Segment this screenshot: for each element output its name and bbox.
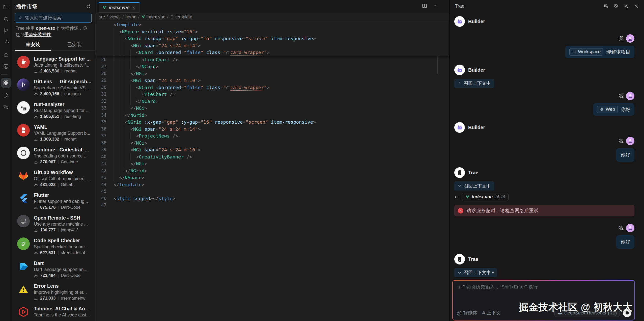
activity-item-extensions[interactable]	[1, 78, 11, 88]
split-editor-icon[interactable]	[422, 3, 427, 9]
sticky-line[interactable]: <NSpace vertical :size="16">	[95, 28, 449, 35]
extension-item-tabnine[interactable]: Tabnine: AI Chat & Au...Tabnine is the A…	[17, 306, 93, 321]
user-avatar	[626, 34, 634, 43]
close-icon[interactable]	[132, 5, 136, 10]
person-icon	[627, 225, 633, 231]
activity-item-file-settings[interactable]	[1, 90, 11, 101]
extension-item-yaml[interactable]: YMLYAMLYAML Language Support b...1,309,3…	[17, 124, 93, 143]
code-line-row[interactable]: 29<NGi span="24 s:24 m:10">	[95, 77, 449, 84]
context-recall-box[interactable]: 召回上下文中	[454, 181, 494, 191]
breadcrumb-item-template[interactable]: template	[170, 14, 192, 20]
chat-message-2: Builder召回上下文中	[454, 65, 634, 88]
chat-input[interactable]	[457, 284, 631, 299]
marketplace-note-link[interactable]: open-vsx	[36, 26, 55, 31]
more-actions-icon[interactable]	[433, 3, 438, 9]
extension-name: Code Spell Checker	[34, 238, 89, 244]
user-message-bubble: 你好	[616, 148, 634, 162]
breadcrumb-item-views[interactable]: views	[109, 14, 121, 20]
extension-search-input[interactable]	[25, 15, 89, 21]
close-panel-icon[interactable]	[634, 4, 639, 9]
extension-item-rust[interactable]: r.arust-analyzerRust language support fo…	[17, 101, 93, 120]
context-file-chip[interactable]: index.vue16-16	[462, 193, 509, 201]
code-line-row[interactable]: 28</NGi>	[95, 70, 449, 77]
breadcrumb-item-index.vue[interactable]: index.vue	[141, 14, 165, 20]
user-message-text: 你好	[621, 106, 630, 113]
mention-智能体[interactable]: @智能体	[457, 310, 477, 316]
breadcrumb-item-home[interactable]: home	[125, 14, 136, 20]
context-recall-label: 召回上下文中	[464, 80, 491, 86]
marketplace-tab-0[interactable]: 未安装	[12, 41, 54, 50]
robot-icon	[456, 67, 463, 73]
code-line-row[interactable]: 46<style scoped></style>	[95, 195, 449, 202]
code-line-row[interactable]: 40<CreativityBanner />	[95, 153, 449, 161]
indent-guides	[114, 146, 130, 153]
extension-search-box[interactable]	[15, 13, 92, 23]
extension-downloads: 627,631	[40, 250, 55, 255]
code-area: <template><NSpace vertical :size="16"><N…	[95, 21, 449, 209]
sticky-line[interactable]: <NGrid :x-gap="gap" :y-gap="16" responsi…	[95, 35, 449, 42]
code-line-row[interactable]: 32</NCard>	[95, 98, 449, 105]
extension-item-gitlab[interactable]: GitLab WorkflowOfficial GitLab-maintaine…	[17, 169, 93, 189]
history-icon[interactable]	[613, 4, 619, 9]
code-line-row[interactable]: 33</NGi>	[95, 105, 449, 112]
code-text: <NCard :bordered="false" class="card-wra…	[136, 49, 269, 56]
code-line-row[interactable]: 37<ProjectNews />	[95, 132, 449, 140]
extension-item-gitlens[interactable]: GitLens — Git superch...Supercharge Git …	[17, 78, 93, 98]
tab-index-vue[interactable]: index.vue	[99, 2, 140, 13]
mention-上下文[interactable]: #上下文	[482, 310, 501, 316]
extension-item-continue[interactable]: Continue - Codestral, ...The leading ope…	[17, 147, 93, 166]
gutter-gap	[106, 77, 114, 84]
code-line-row[interactable]: 39<NGi span="24 s:24 m:10">	[95, 146, 449, 153]
context-chip-label: Web	[606, 107, 615, 112]
indent-guides	[114, 167, 125, 174]
search-icon	[3, 16, 9, 22]
code-line-row[interactable]: 34</NGrid>	[95, 112, 449, 119]
gear-icon[interactable]	[624, 4, 629, 9]
extension-item-dart[interactable]: DartDart language support an...723,494|D…	[17, 260, 93, 279]
code-line-row[interactable]: 47	[95, 202, 449, 209]
activity-item-search[interactable]	[1, 13, 11, 24]
code-line-row[interactable]: 42</NGrid>	[95, 167, 449, 174]
code-line-row[interactable]: 30<NCard :bordered="false" class="card-w…	[95, 84, 449, 91]
code-line-row[interactable]: 45	[95, 188, 449, 195]
extension-item-spell[interactable]: SpellCode Spell CheckerSpelling checker …	[17, 237, 93, 257]
code-line-row[interactable]: 44</template>	[95, 181, 449, 188]
context-recall-box[interactable]: 召回上下文中	[454, 79, 494, 88]
refresh-icon[interactable]	[86, 4, 91, 9]
code-line-row[interactable]: 36<NGi span="24 s:24 m:14">	[95, 126, 449, 133]
user-label: 我	[619, 35, 624, 42]
extension-icon-rust: r.a	[17, 101, 30, 114]
file-gear-icon	[3, 92, 9, 98]
extension-item-java[interactable]: Language Support for ...Java Linting, In…	[17, 56, 93, 75]
code-line-row[interactable]: 43</NSpace>	[95, 174, 449, 181]
extension-item-ssh[interactable]: Open Remote - SSHUse any remote machine …	[17, 215, 93, 234]
sticky-line[interactable]: <NCard :bordered="false" class="card-wra…	[95, 49, 449, 56]
marketplace-tabs: 未安装已安装	[12, 41, 95, 51]
sticky-line[interactable]: <template>	[95, 21, 449, 28]
activity-item-watch[interactable]	[1, 37, 11, 48]
code-line-row[interactable]: 26<LineChart />	[95, 56, 449, 63]
code-line-row[interactable]: 38</NGi>	[95, 140, 449, 147]
extension-item-flutter[interactable]: FlutterFlutter support and debug...675,1…	[17, 192, 93, 211]
activity-item-chat[interactable]	[1, 101, 11, 113]
extension-item-errorlens[interactable]: Error LensImprove highlighting of er...2…	[17, 283, 93, 302]
activity-item-source-control[interactable]	[1, 25, 11, 36]
gutter-gap	[106, 84, 114, 91]
marketplace-tab-1[interactable]: 已安装	[54, 41, 95, 50]
marketplace-note-link[interactable]: 手动安装插件	[24, 32, 51, 37]
activity-item-explorer[interactable]	[1, 2, 11, 13]
context-recall-box[interactable]: 召回上下文中 •	[454, 268, 497, 277]
code-line-row[interactable]: 31<PieChart />	[95, 91, 449, 98]
activity-item-remote[interactable]	[1, 61, 11, 72]
sticky-line[interactable]: <NGi span="24 s:24 m:14">	[95, 42, 449, 49]
new-chat-icon[interactable]	[603, 4, 609, 9]
code-line-row[interactable]: 41</NGi>	[95, 160, 449, 167]
code-text: <NGrid :x-gap="gap" :y-gap="16" responsi…	[125, 35, 316, 42]
code-line-row[interactable]: 27</NCard>	[95, 63, 449, 70]
code-text: <LineChart />	[142, 56, 178, 63]
extension-downloads: 431,022	[40, 182, 55, 187]
code-line-row[interactable]: 35<NGrid :x-gap="gap" :y-gap="16" respon…	[95, 119, 449, 126]
breadcrumb-item-src[interactable]: src	[99, 14, 105, 20]
chat-message-5: 我你好	[454, 137, 634, 162]
activity-item-debug[interactable]	[1, 49, 11, 60]
